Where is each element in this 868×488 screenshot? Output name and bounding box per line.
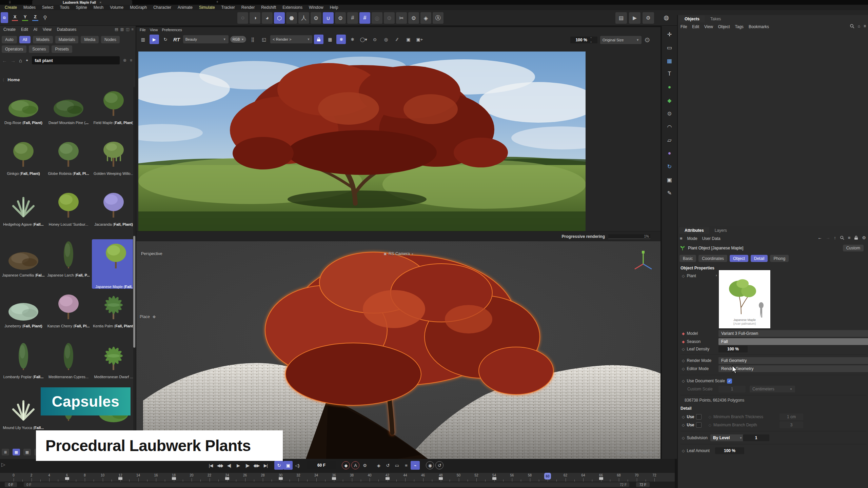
rv-menu-preferences[interactable]: Preferences [162,28,182,32]
menu-animate[interactable]: Animate [178,5,193,10]
hamburger-icon[interactable]: ≡ [132,27,134,32]
key-filter-button[interactable]: ⌁ [411,461,420,470]
focus-point-icon[interactable]: ⊙ [370,35,379,44]
rotation-record-button[interactable]: ↺ [383,461,392,470]
browser-menu-view[interactable]: View [43,27,52,32]
settings-gear-tool-icon[interactable]: ⚙ [665,109,675,118]
rig-pose-icon[interactable]: ⚲ [41,13,50,22]
up-arrow-icon[interactable]: ↑ [834,235,836,240]
section-tab-detail[interactable]: Detail [751,255,768,262]
cut-gear-icon[interactable]: ⚙ [408,12,419,24]
axis-lock-x[interactable]: X [11,13,19,22]
search-icon[interactable] [850,24,854,28]
keyframe-marker[interactable] [332,477,336,480]
tab-takes[interactable]: Takes [705,16,726,22]
editor-mode-select[interactable]: Render Geometry [718,365,868,372]
plant-preview-image[interactable]: Japanese Maple (Acer palmatum) [718,270,771,329]
tab-close-icon[interactable]: ✕ [99,1,102,4]
menu-mode[interactable]: Mode [687,236,697,241]
layout-columns-icon[interactable]: ▥ [120,27,124,32]
text-tool-icon[interactable]: T [665,69,675,78]
menu-simulate[interactable]: Simulate [199,5,215,10]
plant-card-mediterranean[interactable]: Mediterranean Cypres... [47,341,90,390]
keyframe-selection-button[interactable]: ◈ [374,461,383,470]
layout-panel-icon[interactable]: ◫ [126,27,129,32]
keyframe-marker[interactable] [172,477,176,480]
size-mode-select[interactable]: Original Size▼ [600,36,642,44]
tab-layers[interactable]: Layers [709,227,732,234]
play-button[interactable]: ▶ [234,461,243,470]
protractor-tool-icon[interactable]: ◠ [665,122,675,131]
season-select[interactable]: Fall [718,338,868,345]
keyframe-marker[interactable] [118,477,122,480]
plant-card-globe[interactable]: Globe Robinia (Fall, Pl... [47,138,90,187]
auto-mode-icon[interactable]: Ⓐ [433,12,443,24]
menu-create[interactable]: Create [5,5,17,10]
image-add-icon[interactable]: ▣+ [415,35,424,44]
range-start-field[interactable]: 0 F [5,482,17,487]
back-arrow-icon[interactable]: ← [2,58,7,63]
dither-grid-icon[interactable]: ⣿ [248,35,257,44]
rt-label[interactable]: RT [173,37,180,42]
snapshot-icon[interactable]: ❄ [336,35,346,44]
image-icon[interactable]: ▣ [403,35,413,44]
favorite-diamond-icon[interactable]: ✦ [25,58,28,63]
om-menu-tags[interactable]: Tags [735,24,744,29]
render-settings-button[interactable]: ⚙ [643,12,654,24]
forward-arrow-icon[interactable]: → [11,58,16,63]
forward-arrow-icon[interactable]: → [826,235,830,240]
menu-redshift[interactable]: Redshift [261,5,276,10]
shading-constant-icon[interactable]: ⬣ [286,12,297,24]
active-camera-label[interactable]: RS Camera [389,251,410,256]
use-min-branch-checkbox[interactable] [696,414,702,420]
filter-auto[interactable]: Auto [2,36,17,43]
move-axis-tool-icon[interactable]: ✛ [665,30,675,39]
menu-volume[interactable]: Volume [110,5,123,10]
current-frame-field[interactable]: 60 F [307,461,336,469]
tab-objects[interactable]: Objects [679,16,705,22]
thumb-grid-icon[interactable]: ▦ [13,449,20,455]
layer-record-button[interactable]: ≡ [401,461,411,470]
filter-materials[interactable]: Materials [55,36,79,43]
list-view-icon[interactable]: ≣ [2,449,9,455]
camera-film-tool-icon[interactable]: ▣ [665,175,675,184]
menu-help[interactable]: Help [330,5,338,10]
menu-select[interactable]: Select [42,5,53,10]
zoom-spinner[interactable]: 100 %⌃⌄ [570,37,597,43]
timeline-expand-icon[interactable]: ▷ [1,462,5,468]
record-a-button[interactable]: ◉ [426,461,434,469]
shading-gouraud-icon[interactable]: ⬡ [274,12,285,24]
snap-magnet-icon[interactable]: ∪ [323,12,334,24]
om-menu-edit[interactable]: Edit [692,24,699,29]
playhead[interactable]: 60 [544,473,551,480]
app-grip-icon[interactable]: ⣿ [9,1,11,4]
crop-icon[interactable]: ◱ [259,35,269,44]
leaf-amount-value[interactable]: 100 % [715,447,744,454]
section-tab-phong[interactable]: Phong [770,255,789,262]
plant-card-dog-rose[interactable]: Dog-Rose (Fall, Plant) [2,87,45,136]
rig-settings-gear-icon[interactable]: ⚙ [311,12,321,24]
sound-button[interactable]: ◁) [293,461,302,470]
section-tab-coordinates[interactable]: Coordinates [698,255,727,262]
plant-card-hedgehog[interactable]: Hedgehog Agave (Fall... [2,188,45,238]
om-menu-object[interactable]: Object [718,24,730,29]
record-b-button[interactable]: ↺ [435,461,443,469]
menu-tools[interactable]: Tools [60,5,69,10]
menu-extensions[interactable]: Extensions [282,5,302,10]
search-icon[interactable] [840,236,844,240]
goto-end-button[interactable]: ▶| [261,461,270,470]
display-mode-select[interactable]: Beauty▼ [183,35,229,43]
grid-toggle-icon[interactable]: # [347,12,358,24]
range-track[interactable]: 0 F 72 F [24,482,629,487]
timeline-ruler[interactable]: 0246810121416182022242628303234363840424… [0,472,675,482]
snapshot-global-icon[interactable]: ❄ [348,35,357,44]
leaf-density-value[interactable]: 100 % [718,346,748,352]
plant-card-dwarf[interactable]: Dwarf Mountain Pine (... [47,87,90,136]
menu-render[interactable]: Render [241,5,255,10]
record-position-button[interactable]: ◆ [342,461,350,469]
om-menu-file[interactable]: File [680,24,687,29]
plant-expand-chevron[interactable]: › [716,273,717,277]
subdivision-mode-select[interactable]: By Level▼ [710,434,745,441]
shading-sphere-half-icon[interactable]: ◑ [250,12,260,24]
diagonal-wipe-icon[interactable]: ∕∕ [392,35,402,44]
